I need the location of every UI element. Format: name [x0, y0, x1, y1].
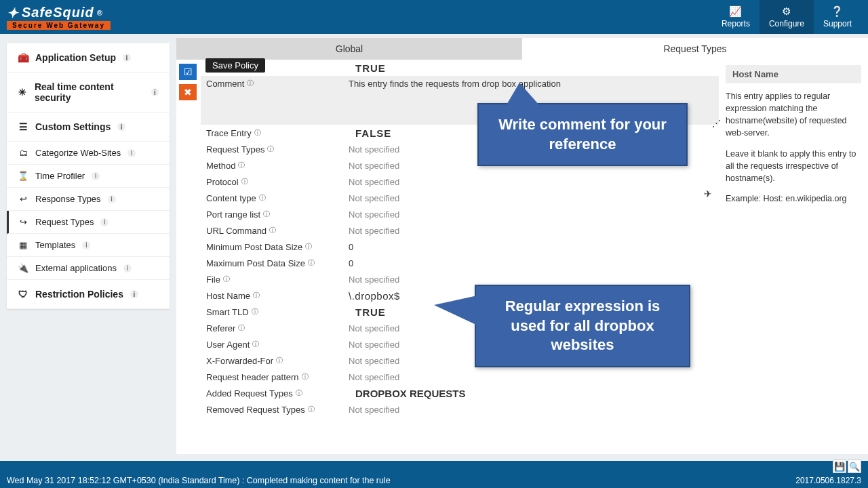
- info-icon: i: [151, 88, 159, 96]
- value-added[interactable]: DROPBOX REQUESTS: [349, 388, 466, 399]
- help-panel: Host Name This entry applies to regular …: [719, 60, 868, 454]
- sidebar-label: Restriction Policies: [35, 289, 123, 300]
- brand-reg: ®: [97, 9, 103, 17]
- nav-reports[interactable]: 📈 Reports: [712, 0, 760, 34]
- info-icon: i: [123, 54, 131, 62]
- footer: Wed May 31 2017 18:52:12 GMT+0530 (India…: [0, 461, 868, 488]
- value-trace[interactable]: FALSE: [349, 127, 391, 139]
- save-button[interactable]: ☑: [179, 64, 197, 80]
- label-user-agent: User Agent: [206, 340, 250, 350]
- help-text: Leave it blank to apply this entry to al…: [726, 148, 861, 184]
- label-referer: Referer: [206, 323, 235, 333]
- label-removed: Removed Request Types: [206, 405, 305, 415]
- resize-handle-icon[interactable]: ⋰: [712, 118, 719, 125]
- sliders-icon: ☰: [18, 121, 28, 132]
- value-file[interactable]: Not specified: [349, 274, 399, 285]
- sidebar-item-ext-apps[interactable]: 🔌External applicationsi: [7, 257, 170, 280]
- sidebar-item-custom[interactable]: ☰Custom Settingsi: [7, 113, 170, 142]
- stack-icon: 🗂: [18, 148, 28, 158]
- info-icon[interactable]: ⓘ: [302, 372, 309, 382]
- sidebar-label: External applications: [35, 263, 117, 273]
- info-icon[interactable]: ⓘ: [296, 388, 302, 398]
- info-icon[interactable]: ⓘ: [308, 405, 315, 414]
- delete-button[interactable]: ✖: [179, 84, 197, 100]
- nav-support[interactable]: ❔ Support: [814, 0, 861, 34]
- topbar: ✦ SafeSquid® Secure Web Gateway 📈 Report…: [0, 0, 868, 34]
- value-removed[interactable]: Not specified: [349, 405, 399, 415]
- info-icon[interactable]: ⓘ: [305, 242, 312, 251]
- send-icon[interactable]: ✈: [704, 188, 712, 199]
- info-icon: i: [92, 172, 100, 180]
- briefcase-icon: 🧰: [18, 52, 28, 63]
- info-icon: i: [108, 195, 116, 203]
- sidebar-item-app-setup[interactable]: 🧰Application Setupi: [7, 43, 170, 73]
- value-protocol[interactable]: Not specified: [349, 177, 399, 187]
- help-panel-title: Host Name: [726, 65, 861, 83]
- sidebar-item-restriction[interactable]: 🛡Restriction Policiesi: [7, 280, 170, 309]
- info-icon[interactable]: ⓘ: [252, 340, 259, 349]
- sidebar-label: Templates: [35, 240, 75, 250]
- info-icon[interactable]: ⓘ: [253, 291, 260, 300]
- label-req-hdr: Request header pattern: [206, 372, 299, 382]
- value-referer[interactable]: Not specified: [349, 323, 399, 333]
- logo: ✦ SafeSquid® Secure Web Gateway: [7, 5, 111, 30]
- value-enabled[interactable]: TRUE: [349, 62, 386, 74]
- info-icon[interactable]: ⓘ: [308, 258, 315, 268]
- shield-icon: 🛡: [18, 289, 28, 300]
- sidebar-item-time-profiler[interactable]: ⌛Time Profileri: [7, 165, 170, 188]
- info-icon[interactable]: ⓘ: [267, 144, 274, 154]
- info-icon[interactable]: ⓘ: [254, 128, 261, 138]
- sidebar-item-cat-web[interactable]: 🗂Categorize Web-Sitesi: [7, 142, 170, 165]
- value-content-type[interactable]: Not specified: [349, 193, 399, 203]
- value-url-cmd[interactable]: Not specified: [349, 226, 399, 236]
- info-icon[interactable]: ⓘ: [263, 209, 270, 219]
- info-icon[interactable]: ⓘ: [269, 226, 276, 235]
- main: 🧰Application Setupi ✳Real time content s…: [0, 34, 868, 454]
- value-smart-tld[interactable]: TRUE: [349, 306, 386, 318]
- sidebar-item-rtcs[interactable]: ✳Real time content securityi: [7, 73, 170, 113]
- tab-global[interactable]: Global: [176, 38, 522, 60]
- info-icon[interactable]: ⓘ: [238, 161, 245, 170]
- topnav: 📈 Reports ⚙ Configure ❔ Support: [712, 0, 861, 34]
- value-port-range[interactable]: Not specified: [349, 209, 399, 220]
- info-icon[interactable]: ⓘ: [276, 356, 283, 365]
- value-max-post[interactable]: 0: [349, 258, 353, 268]
- value-req-hdr[interactable]: Not specified: [349, 372, 399, 382]
- info-icon: i: [123, 264, 132, 272]
- value-method[interactable]: Not specified: [349, 161, 399, 171]
- sidebar-item-request-types[interactable]: ↪Request Typesi: [7, 211, 170, 234]
- sidebar-label: Time Profiler: [35, 171, 85, 181]
- value-req-types[interactable]: Not specified: [349, 144, 399, 155]
- label-host: Host Name: [206, 291, 250, 301]
- info-icon[interactable]: ⓘ: [238, 323, 245, 333]
- help-text: This entry applies to regular expression…: [726, 90, 861, 140]
- value-host[interactable]: \.dropbox$: [349, 290, 400, 302]
- footer-status: Wed May 31 2017 18:52:12 GMT+0530 (India…: [7, 476, 795, 485]
- info-icon[interactable]: ⓘ: [223, 274, 230, 284]
- info-icon[interactable]: ⓘ: [247, 79, 254, 88]
- search-icon[interactable]: 🔍: [848, 460, 861, 473]
- label-protocol: Protocol: [206, 177, 239, 187]
- label-file: File: [206, 274, 220, 285]
- save-disk-icon[interactable]: 💾: [833, 460, 846, 473]
- sidebar-item-response-types[interactable]: ↩Response Typesi: [7, 188, 170, 211]
- info-icon[interactable]: ⓘ: [259, 193, 266, 203]
- nav-configure[interactable]: ⚙ Configure: [760, 0, 814, 34]
- tab-request-types[interactable]: Request Types: [522, 38, 868, 60]
- reply-icon: ↩: [18, 194, 28, 204]
- nav-reports-label: Reports: [722, 19, 750, 28]
- info-icon[interactable]: ⓘ: [252, 307, 258, 317]
- label-req-types: Request Types: [206, 144, 264, 155]
- save-tooltip: Save Policy: [205, 58, 265, 73]
- sidebar-item-templates[interactable]: ▦Templatesi: [7, 234, 170, 257]
- value-xfwd[interactable]: Not specified: [349, 356, 399, 366]
- sidebar-label: Custom Settings: [35, 121, 111, 132]
- info-icon[interactable]: ⓘ: [241, 177, 248, 186]
- value-user-agent[interactable]: Not specified: [349, 340, 399, 350]
- brand-tagline: Secure Web Gateway: [7, 21, 111, 30]
- template-icon: ▦: [18, 240, 28, 250]
- hourglass-icon: ⌛: [18, 171, 28, 181]
- row-actions: ☑ ✖: [176, 60, 201, 454]
- help-icon: ❔: [831, 5, 844, 18]
- value-min-post[interactable]: 0: [349, 242, 353, 252]
